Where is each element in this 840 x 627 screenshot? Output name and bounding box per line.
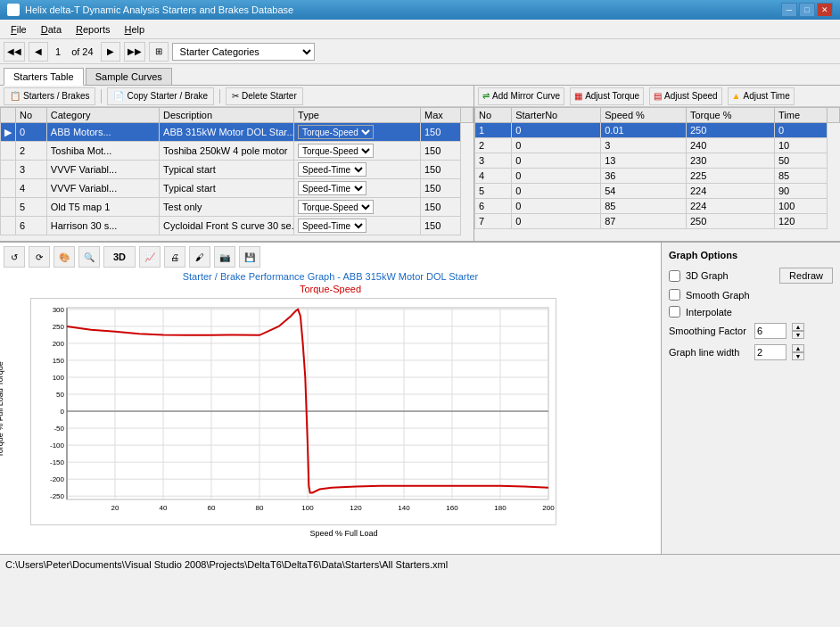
line-width-input[interactable]	[754, 344, 786, 360]
cell-starter-no: 0	[512, 138, 601, 153]
table-row[interactable]: 1 0 0.01 250 0	[475, 123, 840, 138]
nav-add-button[interactable]: ⊞	[149, 42, 169, 62]
type-select[interactable]: Speed-Time	[298, 181, 366, 195]
nav-prev-button[interactable]: ◀	[29, 42, 48, 62]
type-select[interactable]: Speed-Time	[298, 162, 366, 177]
smoothing-factor-row: Smoothing Factor ▲ ▼	[669, 323, 833, 339]
menu-file[interactable]: File	[4, 22, 34, 37]
graph-camera-button[interactable]: 📷	[214, 246, 235, 268]
interpolate-checkbox[interactable]	[669, 306, 680, 318]
table-row[interactable]: 3 VVVF Variabl... Typical start Speed-Ti…	[1, 161, 474, 179]
col-speed-pct: Speed %	[601, 108, 687, 123]
graph-svg-container: 2040608010012014016018020030025020015010…	[30, 298, 657, 538]
minimize-button[interactable]: ─	[781, 3, 797, 17]
svg-text:140: 140	[398, 504, 410, 512]
graph-color-button[interactable]: 🎨	[54, 246, 75, 268]
adjust-time-button[interactable]: ▲ Adjust Time	[728, 87, 795, 105]
starters-brakes-button[interactable]: 📋 Starters / Brakes	[4, 87, 95, 105]
graph-print-button[interactable]: 🖨	[164, 246, 185, 268]
type-select[interactable]: Speed-Time	[298, 219, 366, 233]
tab-bar: Starters Table Sample Curves	[0, 64, 840, 86]
svg-text:180: 180	[494, 504, 506, 512]
table-row[interactable]: 4 VVVF Variabl... Typical start Speed-Ti…	[1, 179, 474, 198]
graph-palette-button[interactable]: 🖌	[189, 246, 210, 268]
type-select[interactable]: Torque-Speed	[298, 144, 374, 158]
copy-starter-button[interactable]: 📄 Copy Starter / Brake	[107, 87, 214, 105]
graph-3d-button[interactable]: 3D	[103, 246, 136, 268]
cell-time: 90	[775, 184, 828, 199]
cell-category: Harrison 30 s...	[46, 217, 159, 235]
torque-grid[interactable]: No StarterNo Speed % Torque % Time 1 0 0…	[474, 107, 840, 241]
cell-type: Speed-Time	[294, 217, 421, 235]
interpolate-label: Interpolate	[686, 307, 732, 318]
table-row[interactable]: 2 0 3 240 10	[475, 138, 840, 153]
table-row[interactable]: ▶ 0 ABB Motors... ABB 315kW Motor DOL St…	[1, 123, 474, 142]
table-row[interactable]: 4 0 36 225 85	[475, 169, 840, 184]
row-indicator	[1, 142, 16, 161]
cell-speed: 3	[601, 138, 687, 153]
svg-text:20: 20	[111, 504, 119, 512]
page-of: of 24	[68, 46, 96, 57]
app-icon	[7, 4, 20, 16]
line-width-up[interactable]: ▲	[792, 344, 804, 352]
type-select[interactable]: Torque-Speed	[298, 200, 374, 214]
tab-sample-curves[interactable]: Sample Curves	[86, 68, 172, 85]
table-row[interactable]: 5 0 54 224 90	[475, 184, 840, 199]
redraw-button[interactable]: Redraw	[779, 268, 833, 284]
delete-starter-button[interactable]: ✂ Delete Starter	[226, 87, 303, 105]
cell-no: 1	[475, 123, 512, 138]
smooth-graph-checkbox[interactable]	[669, 289, 680, 301]
cell-no: 3	[16, 161, 47, 179]
maximize-button[interactable]: □	[799, 3, 815, 17]
time-icon: ▲	[732, 91, 741, 101]
table-row[interactable]: 3 0 13 230 50	[475, 153, 840, 169]
cell-type: Speed-Time	[294, 161, 421, 179]
status-bar: C:\Users\Peter\Documents\Visual Studio 2…	[0, 554, 840, 573]
smoothing-down[interactable]: ▼	[792, 331, 804, 339]
copy-icon: 📄	[113, 91, 124, 101]
nav-next-button[interactable]: ▶	[101, 42, 120, 62]
torque-panel: ⇌ Add Mirror Curve ▦ Adjust Torque ▤ Adj…	[474, 86, 840, 241]
adjust-speed-button[interactable]: ▤ Adjust Speed	[649, 87, 722, 105]
svg-text:100: 100	[301, 504, 314, 512]
table-row[interactable]: 5 Old T5 map 1 Test only Torque-Speed 15…	[1, 198, 474, 217]
category-selector[interactable]: Starter Categories	[172, 43, 315, 61]
line-width-down[interactable]: ▼	[792, 352, 804, 360]
graph-reset-button[interactable]: ↺	[4, 246, 25, 268]
tables-area: 📋 Starters / Brakes 📄 Copy Starter / Bra…	[0, 86, 840, 242]
smoothing-spinner: ▲ ▼	[792, 323, 804, 339]
table-row[interactable]: 2 Toshiba Mot... Toshiba 250kW 4 pole mo…	[1, 142, 474, 161]
menu-data[interactable]: Data	[34, 22, 69, 37]
window-controls: ─ □ ✕	[781, 3, 833, 17]
col-scroll	[461, 108, 474, 123]
cell-starter-no: 0	[512, 123, 601, 138]
menu-help[interactable]: Help	[118, 22, 152, 37]
type-select[interactable]: Torque-Speed	[298, 125, 374, 139]
adjust-torque-button[interactable]: ▦ Adjust Torque	[570, 87, 644, 105]
graph-line-button[interactable]: 📈	[139, 246, 161, 268]
add-mirror-button[interactable]: ⇌ Add Mirror Curve	[478, 87, 564, 105]
nav-last-button[interactable]: ▶▶	[124, 42, 145, 62]
cell-time: 10	[775, 138, 828, 153]
graph-save-button[interactable]: 💾	[239, 246, 260, 268]
3d-graph-checkbox[interactable]	[669, 270, 680, 282]
graph-zoom-button[interactable]: 🔍	[78, 246, 100, 268]
cell-description: Toshiba 250kW 4 pole motor	[160, 142, 294, 161]
nav-first-button[interactable]: ◀◀	[4, 42, 25, 62]
graph-refresh-button[interactable]: ⟳	[29, 246, 50, 268]
starters-grid[interactable]: No Category Description Type Max ▶ 0 ABB…	[0, 107, 474, 241]
col-torque-pct: Torque %	[686, 108, 774, 123]
close-button[interactable]: ✕	[817, 3, 833, 17]
tab-starters-table[interactable]: Starters Table	[4, 68, 84, 86]
cell-description: Typical start	[160, 161, 294, 179]
cell-no: 2	[475, 138, 512, 153]
cell-category: ABB Motors...	[46, 123, 159, 142]
table-row[interactable]: 6 Harrison 30 s... Cycloidal Front S cur…	[1, 217, 474, 235]
menu-reports[interactable]: Reports	[69, 22, 118, 37]
svg-text:120: 120	[350, 504, 362, 512]
cell-no: 3	[475, 153, 512, 169]
table-row[interactable]: 7 0 87 250 120	[475, 214, 840, 229]
smoothing-up[interactable]: ▲	[792, 323, 804, 331]
smoothing-input[interactable]	[754, 323, 786, 339]
table-row[interactable]: 6 0 85 224 100	[475, 199, 840, 214]
